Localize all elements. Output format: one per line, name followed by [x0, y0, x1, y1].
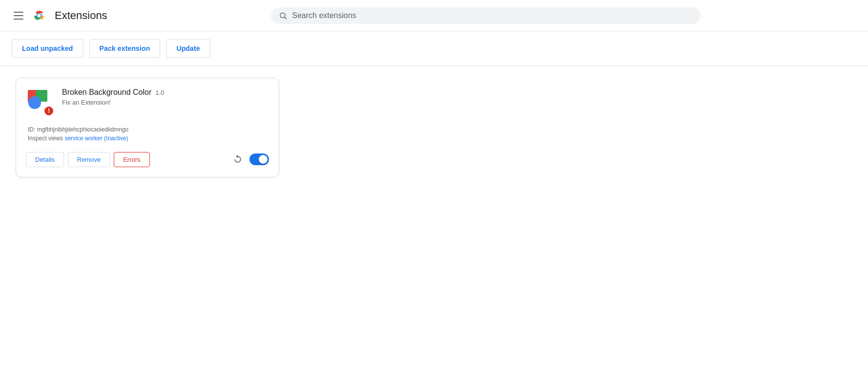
page-title: Extensions: [55, 9, 107, 22]
remove-button[interactable]: Remove: [68, 152, 110, 167]
toolbar: Load unpacked Pack extension Update: [0, 31, 868, 66]
card-info: Broken Background Color 1.0 Fix an Exten…: [62, 88, 269, 106]
reload-icon: [233, 154, 243, 164]
error-badge: !: [43, 106, 54, 116]
extension-card: ! Broken Background Color 1.0 Fix an Ext…: [16, 78, 279, 177]
inspect-views: Inspect views service worker (Inactive): [28, 135, 267, 142]
update-button[interactable]: Update: [166, 39, 210, 58]
header-left: Extensions: [12, 8, 107, 23]
extension-version: 1.0: [155, 89, 164, 96]
errors-button[interactable]: Errors: [114, 152, 149, 167]
extension-name: Broken Background Color: [62, 88, 151, 97]
details-button[interactable]: Details: [26, 152, 64, 167]
ext-name-row: Broken Background Color 1.0: [62, 88, 269, 97]
svg-line-4: [285, 17, 287, 19]
card-actions: Details Remove Errors: [26, 152, 269, 167]
inspect-views-label: Inspect views: [28, 135, 63, 142]
extension-description: Fix an Extension!: [62, 99, 269, 106]
svg-point-2: [38, 14, 41, 17]
load-unpacked-button[interactable]: Load unpacked: [12, 39, 83, 58]
card-top: ! Broken Background Color 1.0 Fix an Ext…: [26, 88, 269, 116]
page-header: Extensions: [0, 0, 868, 31]
toggle-thumb: [259, 155, 268, 164]
search-icon: [279, 11, 287, 20]
extension-toggle[interactable]: [249, 153, 269, 165]
reload-button[interactable]: [230, 152, 246, 167]
main-content: ! Broken Background Color 1.0 Fix an Ext…: [0, 66, 868, 189]
chrome-logo: [31, 8, 47, 23]
search-container: [271, 7, 701, 24]
service-worker-link[interactable]: service worker (Inactive): [64, 135, 128, 142]
card-details: ID: mgfbhjnibhjdehcphiocaoiediidmngo Ins…: [26, 126, 269, 142]
svg-point-8: [28, 96, 41, 109]
search-bar: [271, 7, 701, 24]
search-input[interactable]: [292, 11, 693, 20]
pack-extension-button[interactable]: Pack extension: [89, 39, 161, 58]
extension-id: ID: mgfbhjnibhjdehcphiocaoiediidmngo: [28, 126, 267, 133]
extension-icon-wrapper: !: [26, 88, 54, 116]
menu-icon[interactable]: [12, 10, 25, 22]
